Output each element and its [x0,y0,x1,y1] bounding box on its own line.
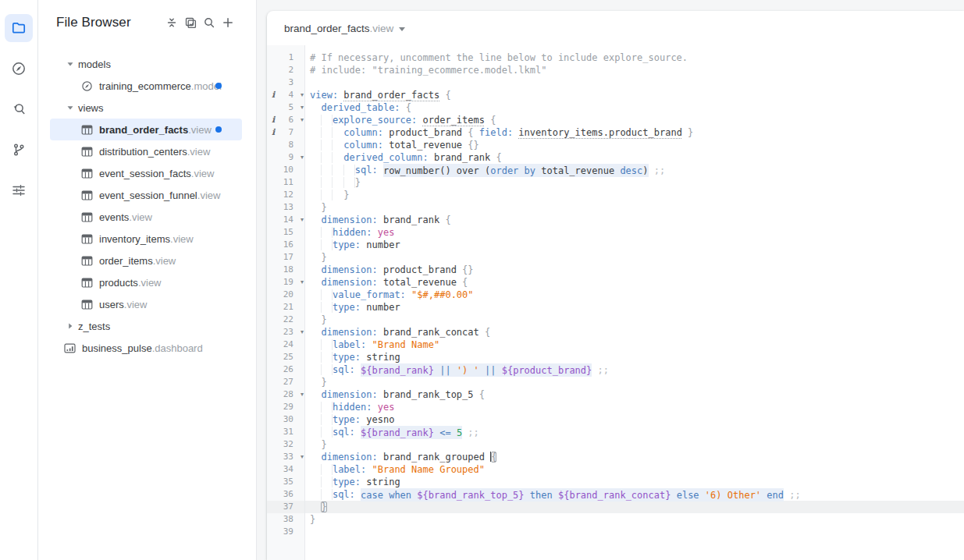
code-text: column: total_revenue {} [304,139,964,151]
code-text: dimension: brand_rank_top_5 { [304,388,964,401]
rail-item-object-browser[interactable] [5,55,33,83]
line-number: 13 [283,201,293,214]
fold-caret-icon[interactable]: ▾ [301,151,304,164]
tree-folder-z_tests[interactable]: z_tests [38,315,256,337]
info-icon[interactable]: i [272,89,275,101]
search-icon[interactable] [201,15,217,30]
fold-caret-icon[interactable]: ▾ [301,89,304,101]
tree-item-order_items[interactable]: order_items.view [38,250,256,271]
gutter-cell: 33▾ [267,451,304,463]
plus-icon[interactable] [220,15,236,30]
tree-folder-views[interactable]: views [38,97,256,119]
collapse-all-icon[interactable] [164,15,180,30]
code-line-33: 33▾ dimension: brand_rank_grouped { [267,451,964,463]
caret-right-icon[interactable] [62,322,78,330]
line-number: 36 [283,488,293,501]
fold-caret-icon[interactable]: ▾ [301,101,304,114]
code-text: } [304,513,964,526]
fold-caret-icon[interactable]: ▾ [301,451,304,463]
code-text: sql: row_number() over (order by total_r… [304,164,964,176]
tune-icon [11,183,27,198]
select-check-icon[interactable] [183,15,198,30]
code-line-7: i7 column: product_brand { field: invent… [267,126,964,139]
tree-item-products[interactable]: products.view [38,271,256,293]
code-line-8: 8 column: total_revenue {} [267,139,964,151]
caret-down-icon[interactable] [62,60,78,68]
line-number: 17 [283,251,293,264]
gutter-cell: 22 [267,314,304,326]
file-label: events.view [99,211,152,223]
code-text: value_format: "$#,##0.00" [304,289,964,301]
folder-icon [11,20,27,36]
info-icon[interactable]: i [272,114,275,126]
code-line-28: 28▾ dimension: brand_rank_top_5 { [267,388,964,401]
file-label: distribution_centers.view [99,146,210,158]
tree-item-events[interactable]: events.view [38,206,256,228]
rail-item-project-settings[interactable] [5,176,33,204]
gutter-cell: 32 [267,438,304,451]
code-line-6: i6▾ explore_source: order_items { [267,114,964,126]
gutter-cell: i6▾ [267,114,304,126]
fold-caret-icon[interactable]: ▾ [301,114,304,126]
code-text: sql: ${brand_rank} <= 5 ;; [304,426,964,438]
fold-caret-icon[interactable]: ▾ [301,214,304,226]
gutter-cell: 37 [267,501,304,513]
file-label: users.view [99,299,147,310]
code-text: type: string [304,476,964,488]
tree-item-training_ecommerce[interactable]: training_ecommerce.model [38,75,256,97]
gutter-cell: 16 [267,239,304,251]
code-line-17: 17 } [267,251,964,264]
line-number: 26 [283,363,293,376]
tree-item-distribution_centers[interactable]: distribution_centers.view [38,140,256,162]
caret-down-icon[interactable] [62,104,78,112]
tree-item-event_session_facts[interactable]: event_session_facts.view [38,162,256,184]
rail-item-file-browser[interactable] [5,14,33,42]
rail-item-find-replace[interactable] [5,95,33,123]
code-text [304,76,964,89]
tree-item-event_session_funnel[interactable]: event_session_funnel.view [38,184,256,206]
code-line-19: 19▾ dimension: total_revenue { [267,276,964,289]
code-line-26: 26 sql: ${brand_rank} || ') ' || ${produ… [267,363,964,376]
tree-item-brand_order_facts[interactable]: brand_order_facts.view [38,119,256,140]
editor-file-tab[interactable]: brand_order_facts.view [284,23,405,34]
line-number: 22 [283,314,293,326]
fold-caret-icon[interactable]: ▾ [301,326,304,338]
tree-item-inventory_items[interactable]: inventory_items.view [38,228,256,250]
code-line-35: 35 type: string [267,476,964,488]
code-line-2: 2# include: "training_ecommerce.model.lk… [267,64,964,76]
gutter-cell: 25 [267,351,304,363]
code-text: type: number [304,239,964,251]
gutter-cell: 13 [267,201,304,214]
fold-caret-icon[interactable]: ▾ [301,276,304,289]
tree-item-users[interactable]: users.view [38,293,256,315]
code-line-5: 5▾ derived_table: { [267,101,964,114]
tree-folder-models[interactable]: models [38,53,256,75]
table-icon [81,146,93,158]
rail-item-git-actions[interactable] [5,136,33,164]
code-editor[interactable]: 1# If necessary, uncomment the line belo… [267,45,964,560]
tree-item-business_pulse[interactable]: business_pulse.dashboard [38,337,256,359]
gutter-cell: 27 [267,376,304,388]
code-text: column: product_brand { field: inventory… [304,126,964,139]
file-label: event_session_funnel.view [99,190,220,201]
gutter-cell: 15 [267,226,304,239]
file-label: views [78,102,104,114]
code-text: dimension: total_revenue { [304,276,964,289]
fold-caret-icon[interactable]: ▾ [301,388,304,401]
code-line-24: 24 label: "Brand Name" [267,338,964,351]
line-number: 29 [283,401,293,413]
code-text: } [304,251,964,264]
file-browser-header: File Browser [38,0,256,41]
file-label: products.view [99,277,162,289]
file-label: inventory_items.view [99,233,194,245]
code-text: sql: ${brand_rank} || ') ' || ${product_… [304,363,964,376]
gutter-cell: 23▾ [267,326,304,338]
file-label: models [78,58,111,70]
code-line-11: 11 } [267,176,964,189]
code-line-25: 25 type: string [267,351,964,363]
line-number: 23 [283,326,293,338]
code-line-13: 13 } [267,201,964,214]
info-icon[interactable]: i [272,126,275,139]
code-text: view: brand_order_facts { [304,89,964,101]
chevron-down-icon[interactable] [399,27,405,31]
